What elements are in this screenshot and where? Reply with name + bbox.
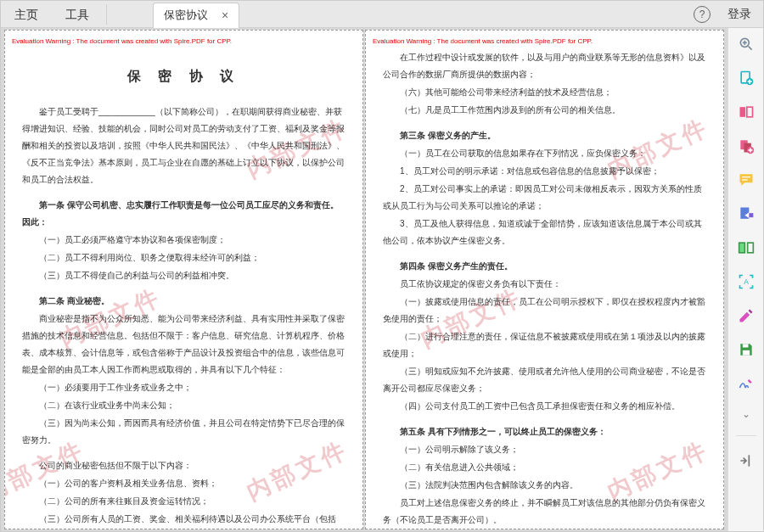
para: （二）有关信息进入公共领域； xyxy=(383,459,706,476)
right-toolbar: A ⌄ xyxy=(727,28,763,531)
para: （四）公司支付员工的工资中已包含员工承担保密责任和义务的相应补偿。 xyxy=(383,398,706,415)
para: （一）必须要用于工作业务或业务之中； xyxy=(22,379,345,396)
para: （一）员工在公司获取的信息如果存在下列情况，应负保密义务： xyxy=(383,145,706,162)
page-1: Evaluation Warning : The document was cr… xyxy=(4,30,363,529)
eval-warning: Evaluation Warning : The document was cr… xyxy=(12,37,232,45)
para: 鉴于员工受聘于____________（以下简称公司），在职期间获得商业秘密、并… xyxy=(22,104,345,188)
tab-separator xyxy=(106,4,107,25)
tab-label: 保密协议 xyxy=(164,8,208,23)
tab-close-icon[interactable]: × xyxy=(222,8,228,22)
svg-text:A: A xyxy=(744,277,749,286)
chevron-down-icon[interactable]: ⌄ xyxy=(742,408,750,420)
comment-icon[interactable] xyxy=(737,171,756,189)
para: 3、员工及他人获得信息，知道或诚于全部情势，应该知道该信息属于本公司或其他公司，… xyxy=(383,216,706,249)
svg-rect-9 xyxy=(746,107,752,117)
eval-warning: Evaluation Warning : The document was cr… xyxy=(373,37,593,45)
para: （六）其他可能给公司带来经济利益的技术及经营信息； xyxy=(383,84,706,101)
section-3: 第三条 保密义务的产生。 xyxy=(383,127,706,144)
svg-rect-8 xyxy=(739,107,745,117)
para: （一）员工必须严格遵守本协议和各项保密制度； xyxy=(22,232,345,249)
para: （七）凡是员工工作范围内涉及到的所有公司的相关信息。 xyxy=(383,102,706,119)
section-4: 第四条 保密义务产生的责任。 xyxy=(383,258,706,275)
help-icon[interactable]: ? xyxy=(694,6,711,23)
compare-icon[interactable] xyxy=(737,238,756,257)
svg-rect-19 xyxy=(747,243,753,253)
section-1: 第一条 保守公司机密、忠实履行工作职责是每一位公司员工应尽的义务和责任。因此： xyxy=(22,197,345,231)
para: （三）因为尚未公知，而因而具有经济价值，并且公司在特定情势下已尽合理的保密努力。 xyxy=(22,415,345,449)
separator xyxy=(736,435,756,436)
para: （三）法院判决范围内包含解除该义务的内容。 xyxy=(383,477,706,494)
para: （二）公司的所有来往账目及资金运转情况； xyxy=(22,493,345,510)
zoom-icon[interactable] xyxy=(737,35,756,53)
page-2: Evaluation Warning : The document was cr… xyxy=(365,30,724,529)
sign-icon[interactable] xyxy=(737,374,756,393)
edit-icon[interactable] xyxy=(737,306,756,325)
ocr-icon[interactable]: A xyxy=(737,272,756,291)
document-viewport[interactable]: Evaluation Warning : The document was cr… xyxy=(1,28,727,531)
doc-title: 保 密 协 议 xyxy=(22,63,345,90)
para: 商业秘密是指不为公众所知悉、能为公司带来经济利益、具有实用性并采取了保密措施的技… xyxy=(22,311,345,378)
svg-line-1 xyxy=(748,47,751,50)
para: 员工依协议规定的保密义务负有以下责任： xyxy=(383,276,706,293)
save-icon[interactable] xyxy=(737,340,756,359)
para: （二）在该行业或业务中尚未公知； xyxy=(22,397,345,414)
para: （三）明知或应知不允许披露、使用或者允许他人使用的公司商业秘密，不论是否离开公司… xyxy=(383,363,706,397)
login-button[interactable]: 登录 xyxy=(727,7,751,22)
header-bar: 主页 工具 保密协议 × ? 登录 xyxy=(1,1,763,28)
para: （一）公司明示解除了该义务； xyxy=(383,441,706,458)
page-2-content: 在工作过程中设计或发展的软件，以及与用户的商业联系等无形的信息资料》以及公司合作… xyxy=(383,49,706,529)
para: （三）公司所有人员的工资、奖金、相关福利待遇以及公司办公系统平台（包括OA协同办… xyxy=(22,511,345,529)
para: 员工对上述信息保密义务的终止，并不瞬解员工对该信息的其他部分仍负有保密义务（不论… xyxy=(383,495,706,529)
para: （一）披露或使用信息的责任，员工在公司明示授权下，即仅在授权程度内才被豁免使用的… xyxy=(383,294,706,328)
export-icon[interactable] xyxy=(737,204,756,223)
para: （二）员工不得利用岗位、职务之便取得未经许可的利益； xyxy=(22,249,345,266)
create-pdf-icon[interactable] xyxy=(737,69,756,87)
para: 1、员工对公司的明示承诺：对信息或包容信息的信息披露予以保密； xyxy=(383,163,706,180)
page-1-content: 保 密 协 议 鉴于员工受聘于____________（以下简称公司），在职期间… xyxy=(22,49,345,529)
para: 公司的商业秘密包括但不限于以下内容： xyxy=(22,457,345,474)
para: （二）进行合理注意的责任，保证信息不被披露或使用或在第１项涉及以内的披露或使用； xyxy=(383,328,706,362)
para: 2、员工对公司事实上的承诺：即因员工对公司未做相反表示，因双方关系的性质或从员工… xyxy=(383,181,706,215)
menu-home[interactable]: 主页 xyxy=(1,1,52,28)
page-view-icon[interactable] xyxy=(737,103,756,121)
para: （一）公司的客户资料及相关业务信息、资料； xyxy=(22,475,345,492)
svg-rect-21 xyxy=(742,344,748,347)
merge-icon[interactable] xyxy=(737,137,756,155)
section-5: 第五条 具有下列情形之一，可以终止员工的保密义务： xyxy=(383,423,706,440)
svg-rect-22 xyxy=(742,350,749,356)
menu-tools[interactable]: 工具 xyxy=(52,1,103,28)
section-2: 第二条 商业秘密。 xyxy=(22,293,345,310)
svg-rect-18 xyxy=(739,243,744,253)
document-tab[interactable]: 保密协议 × xyxy=(153,3,239,28)
para: （三）员工不得使自己的利益与公司的利益相冲突。 xyxy=(22,267,345,284)
collapse-icon[interactable] xyxy=(737,451,756,470)
para: 在工作过程中设计或发展的软件，以及与用户的商业联系等无形的信息资料》以及公司合作… xyxy=(383,49,706,83)
